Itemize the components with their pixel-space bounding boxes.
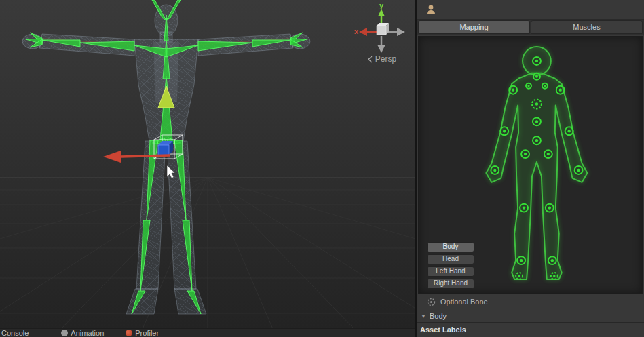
tab-profiler[interactable]: Profiler [126, 329, 159, 337]
part-button-left-hand[interactable]: Left Hand [427, 266, 474, 277]
axis-down-cone-icon[interactable] [377, 36, 385, 53]
projection-mode[interactable]: Persp [349, 54, 414, 64]
body-foldout-label: Body [430, 312, 447, 320]
axis-x-arrow-icon[interactable] [359, 28, 377, 36]
part-button-head[interactable]: Head [427, 254, 474, 264]
axis-right-cone-icon[interactable] [387, 28, 405, 36]
optional-bone-label: Optional Bone [440, 298, 488, 306]
foldout-arrow-icon: ▼ [421, 313, 426, 319]
tab-console-label: Console [1, 329, 29, 337]
scene-orientation-gizmo[interactable]: y x [349, 0, 414, 68]
axis-y-label: y [379, 1, 384, 9]
tab-muscles[interactable]: Muscles [531, 20, 643, 34]
persp-chevron-icon [367, 56, 373, 63]
avatar-part-buttons: Body Head Left Hand Right Hand [427, 242, 474, 289]
unity-avatar-configure-window: y x [0, 0, 644, 337]
inspector-panel: Mapping Muscles [417, 0, 644, 337]
part-button-body[interactable]: Body [427, 242, 474, 252]
scene-view[interactable]: y x [0, 0, 415, 328]
avatar-mapping-area[interactable]: Body Head Left Hand Right Hand [418, 36, 643, 294]
mapping-muscles-tabs: Mapping Muscles [417, 20, 644, 35]
optional-bone-icon [427, 298, 436, 306]
inspector-header [417, 0, 644, 20]
profiler-icon [126, 330, 132, 336]
tab-mapping[interactable]: Mapping [418, 20, 530, 34]
gizmo-center-cube-icon[interactable] [377, 23, 389, 35]
asset-labels-header[interactable]: Asset Labels [417, 322, 644, 336]
asset-labels-title: Asset Labels [420, 325, 466, 334]
tab-animation[interactable]: Animation [61, 329, 104, 337]
part-button-right-hand[interactable]: Right Hand [427, 279, 474, 289]
bottom-tab-bar: Console Animation Profiler [0, 328, 415, 337]
axis-x-label: x [354, 27, 359, 35]
tab-animation-label: Animation [71, 329, 104, 337]
projection-mode-label: Persp [375, 54, 396, 64]
tab-console[interactable]: Console [1, 329, 29, 337]
animation-icon [61, 330, 68, 336]
avatar-icon [425, 4, 436, 15]
ground-grid [0, 178, 415, 328]
body-foldout[interactable]: ▼ Body [417, 309, 644, 322]
optional-bone-legend: Optional Bone [417, 295, 644, 309]
tab-profiler-label: Profiler [135, 329, 159, 337]
scene-column: y x [0, 0, 415, 337]
